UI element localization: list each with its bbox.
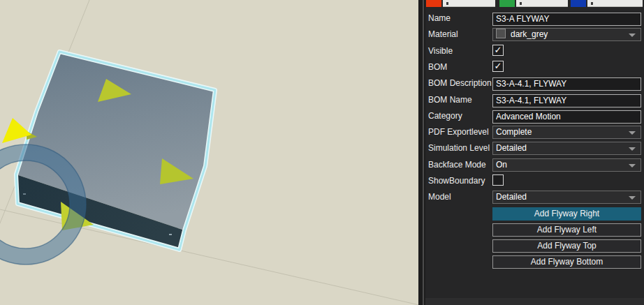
property-row-showboundary: ShowBoundary: [425, 174, 644, 188]
material-dropdown[interactable]: dark_grey: [492, 28, 641, 41]
model-dropdown[interactable]: Detailed: [492, 191, 641, 204]
field-label: PDF Exportlevel: [428, 126, 489, 139]
field-label: Model: [428, 191, 451, 204]
field-label: ShowBoundary: [428, 174, 485, 188]
field-label: Category: [428, 110, 462, 123]
add-flyway-right-button[interactable]: Add Flyway Right: [492, 207, 641, 221]
field-label: Backface Mode: [428, 158, 486, 172]
bom-name-input[interactable]: [492, 94, 641, 107]
chevron-down-icon: [629, 196, 636, 200]
field-label: Visible: [428, 45, 453, 58]
properties-panel: Name Material dark_grey Visible ✓ BOM ✓ …: [425, 0, 644, 305]
add-flyway-top-button[interactable]: Add Flyway Top: [492, 239, 641, 253]
property-row-bom-name: BOM Name: [425, 94, 644, 107]
bom-checkbox[interactable]: ✓: [492, 61, 504, 72]
y-axis-icon: [499, 0, 515, 7]
property-row-simulation-level: Simulation Level Detailed: [425, 142, 644, 155]
dropdown-value: dark_grey: [511, 29, 548, 39]
showboundary-checkbox[interactable]: [492, 174, 504, 186]
field-text-fragment: [446, 2, 448, 5]
property-row-backface-mode: Backface Mode On: [425, 158, 644, 172]
x-coordinate-field[interactable]: [443, 0, 495, 7]
property-row-pdf-exportlevel: PDF Exportlevel Complete: [425, 126, 644, 139]
chevron-down-icon: [629, 131, 636, 135]
field-label: Name: [428, 12, 451, 25]
box-face-detail: [169, 234, 172, 235]
chevron-down-icon: [629, 164, 636, 168]
material-swatch: [496, 29, 506, 38]
property-row-name: Name: [425, 12, 644, 25]
name-input[interactable]: [492, 13, 641, 26]
bom-description-input[interactable]: [492, 77, 641, 91]
backface-mode-dropdown[interactable]: On: [492, 158, 641, 172]
property-row-material: Material dark_grey: [425, 28, 644, 41]
chevron-down-icon: [629, 147, 636, 151]
splitter-grip: [423, 0, 424, 305]
property-row-visible: Visible ✓: [425, 45, 644, 58]
pdf-exportlevel-dropdown[interactable]: Complete: [492, 126, 641, 139]
property-row-model: Model Detailed: [425, 191, 644, 204]
scene-canvas: [0, 0, 418, 305]
field-label: Material: [428, 28, 458, 41]
property-row-bom-description: BOM Description: [425, 77, 644, 90]
visible-checkbox[interactable]: ✓: [492, 45, 504, 56]
3d-viewport[interactable]: [0, 0, 418, 305]
add-flyway-bottom-button[interactable]: Add Flyway Bottom: [492, 255, 641, 269]
z-axis-icon: [571, 0, 586, 7]
panel-splitter[interactable]: [418, 0, 425, 305]
category-input[interactable]: [492, 110, 641, 124]
dropdown-value: Complete: [496, 127, 532, 137]
field-label: BOM Name: [428, 94, 472, 107]
chevron-down-icon: [629, 34, 636, 37]
x-axis-icon: [426, 0, 441, 7]
simulation-level-dropdown[interactable]: Detailed: [492, 142, 641, 155]
dropdown-value: Detailed: [496, 143, 527, 153]
field-label: BOM: [428, 61, 447, 74]
coordinate-row: [425, 0, 644, 7]
dropdown-value: On: [496, 160, 507, 170]
field-label: Simulation Level: [428, 142, 490, 155]
box-face-detail: [23, 193, 26, 195]
y-coordinate-field[interactable]: [516, 0, 568, 7]
property-row-bom: BOM ✓: [425, 61, 644, 74]
add-flyway-left-button[interactable]: Add Flyway Left: [492, 223, 641, 237]
dropdown-value: Detailed: [496, 192, 527, 202]
panel-footer-strip: [425, 298, 644, 305]
field-text-fragment: [591, 2, 593, 5]
property-row-category: Category: [425, 110, 644, 123]
field-text-fragment: [520, 2, 522, 5]
field-label: BOM Description: [428, 77, 492, 90]
z-coordinate-field[interactable]: [587, 0, 643, 7]
